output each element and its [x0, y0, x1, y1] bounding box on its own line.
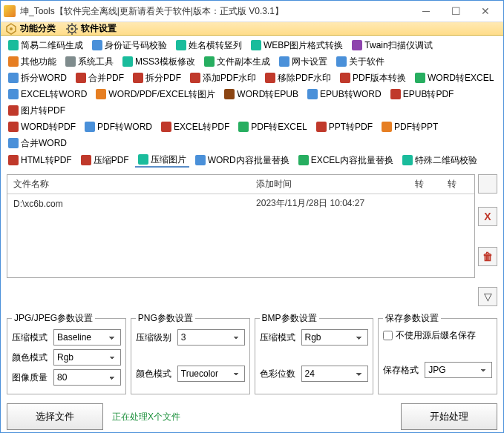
tool-关于软件[interactable]: 关于软件: [333, 54, 387, 69]
tool-合并WORD[interactable]: 合并WORD: [5, 136, 70, 151]
png-level-select[interactable]: 3: [177, 329, 245, 346]
down-button[interactable]: ▽: [478, 287, 497, 306]
tool-EXCEL转PDF[interactable]: EXCEL转PDF: [158, 119, 232, 134]
tool-icon: [96, 89, 106, 99]
tool-icon: [8, 155, 19, 165]
tool-EXCEL内容批量替换[interactable]: EXCEL内容批量替换: [295, 153, 396, 168]
tool-PPT转PDF[interactable]: PPT转PDF: [313, 119, 376, 134]
maximize-button[interactable]: ☐: [441, 1, 471, 22]
jpg-compress-select[interactable]: Baseline: [53, 329, 121, 346]
start-process-button[interactable]: 开始处理: [401, 403, 497, 430]
col-rot2[interactable]: 转: [442, 175, 474, 194]
tool-PDF转WORD[interactable]: PDF转WORD: [82, 119, 155, 134]
cell-rot1: [409, 194, 442, 214]
tool-icon: [92, 40, 102, 50]
tool-WORD/PDF/EXCEL转图片[interactable]: WORD/PDF/EXCEL转图片: [93, 87, 218, 102]
col-name[interactable]: 文件名称: [7, 175, 250, 194]
tool-label: PDF版本转换: [353, 71, 406, 85]
jpg-quality-select[interactable]: 80: [53, 369, 121, 386]
tool-label: 文件副本生成: [217, 55, 270, 68]
clear-button[interactable]: 🗑: [478, 247, 497, 266]
col-rot1[interactable]: 转: [409, 175, 442, 194]
tool-PDF转EXCEL[interactable]: PDF转EXCEL: [235, 119, 310, 134]
tool-icon: [65, 56, 76, 67]
tool-姓名横转竖列[interactable]: 姓名横转竖列: [173, 38, 245, 53]
tool-icon: [415, 73, 425, 83]
tool-简易二维码生成[interactable]: 简易二维码生成: [5, 38, 86, 53]
tool-label: 关于软件: [349, 55, 384, 68]
tool-MSS3模板修改[interactable]: MSS3模板修改: [120, 54, 198, 69]
tool-EPUB转PDF[interactable]: EPUB转PDF: [387, 87, 457, 102]
tool-其他功能[interactable]: 其他功能: [5, 54, 59, 69]
tool-icon: [8, 138, 19, 148]
tool-WORD转EPUB[interactable]: WORD转EPUB: [221, 87, 301, 102]
tool-EPUB转WORD[interactable]: EPUB转WORD: [304, 87, 384, 102]
tool-拆分PDF[interactable]: 拆分PDF: [130, 70, 184, 85]
tool-拆分WORD[interactable]: 拆分WORD: [5, 70, 70, 85]
tool-压缩PDF[interactable]: 压缩PDF: [78, 153, 132, 168]
close-button[interactable]: ✕: [471, 1, 500, 22]
col-time[interactable]: 添加时间: [250, 175, 409, 194]
table-row[interactable]: D:\xc6b.com2023年/11月/28日 10:04:27: [7, 194, 474, 214]
tool-label: WORD转EPUB: [237, 87, 298, 101]
tools-area: 简易二维码生成身份证号码校验姓名横转竖列WEBP图片格式转换Twain扫描仪调试…: [1, 36, 503, 170]
tool-icon: [8, 73, 19, 83]
tool-label: EPUB转WORD: [320, 87, 382, 101]
tool-icon: [8, 56, 19, 67]
bmp-bits-select[interactable]: 24: [301, 366, 369, 382]
tool-label: 添加PDF水印: [203, 71, 256, 85]
minimize-button[interactable]: ─: [411, 1, 441, 22]
remove-button[interactable]: X: [478, 207, 497, 226]
tool-图片转PDF[interactable]: 图片转PDF: [5, 103, 68, 118]
tool-icon: [8, 89, 19, 99]
save-format-select[interactable]: JPG: [425, 362, 492, 378]
app-icon: [4, 5, 16, 17]
tool-label: 压缩图片: [151, 153, 186, 166]
tool-身份证号码校验[interactable]: 身份证号码校验: [89, 38, 170, 53]
tool-WEBP图片格式转换[interactable]: WEBP图片格式转换: [248, 38, 346, 53]
save-params: 保存参数设置 不使用源后缀名保存 保存格式JPG: [378, 312, 497, 394]
tool-icon: [8, 105, 19, 116]
tool-WORD内容批量替换[interactable]: WORD内容批量替换: [192, 153, 292, 168]
side-blank-button[interactable]: [478, 174, 497, 194]
svg-line-11: [75, 24, 76, 26]
tool-icon: [138, 154, 148, 165]
tool-label: 特殊二维码校验: [415, 153, 477, 167]
tool-WORD转EXCEL[interactable]: WORD转EXCEL: [412, 70, 497, 85]
tool-icon: [390, 89, 401, 99]
gear-icon: [66, 23, 78, 35]
tool-PDF版本转换[interactable]: PDF版本转换: [337, 70, 409, 85]
tool-EXCEL转WORD[interactable]: EXCEL转WORD: [5, 87, 90, 102]
nosuffix-checkbox[interactable]: [383, 331, 393, 340]
tool-Twain扫描仪调试[interactable]: Twain扫描仪调试: [349, 38, 435, 53]
tool-移除PDF水印[interactable]: 移除PDF水印: [262, 70, 334, 85]
tool-添加PDF水印[interactable]: 添加PDF水印: [187, 70, 259, 85]
tool-合并PDF[interactable]: 合并PDF: [73, 70, 127, 85]
tool-特殊二维码校验[interactable]: 特殊二维码校验: [399, 153, 480, 168]
settings-tab[interactable]: 软件设置: [66, 22, 117, 35]
tool-文件副本生成[interactable]: 文件副本生成: [201, 54, 273, 69]
tool-icon: [352, 40, 362, 50]
tool-压缩图片[interactable]: 压缩图片: [135, 152, 189, 168]
tool-icon: [238, 122, 249, 132]
tool-label: 身份证号码校验: [105, 39, 167, 52]
tool-网卡设置[interactable]: 网卡设置: [276, 54, 330, 69]
tool-icon: [307, 89, 318, 99]
cell-name: D:\xc6b.com: [7, 194, 250, 214]
tool-WORD转PDF[interactable]: WORD转PDF: [5, 119, 79, 134]
topbar: 功能分类 软件设置: [1, 22, 503, 36]
jpg-color-select[interactable]: Rgb: [53, 349, 121, 366]
tool-系统工具[interactable]: 系统工具: [62, 54, 117, 69]
png-color-select[interactable]: Truecolor: [177, 366, 245, 382]
tool-icon: [122, 56, 133, 67]
jpg-params: JPG/JPEG参数设置 压缩模式Baseline 颜色模式Rgb 图像质量80: [7, 312, 126, 394]
tool-HTML转PDF[interactable]: HTML转PDF: [5, 153, 75, 168]
tool-icon: [133, 73, 143, 83]
png-level-label: 压缩级别: [136, 331, 174, 344]
tool-PDF转PPT[interactable]: PDF转PPT: [379, 119, 441, 134]
bmp-compress-select[interactable]: Rgb: [301, 329, 369, 346]
tool-label: 其他功能: [21, 55, 56, 68]
choose-file-button[interactable]: 选择文件: [7, 403, 103, 430]
tool-icon: [265, 73, 275, 83]
category-tab[interactable]: 功能分类: [5, 22, 56, 35]
